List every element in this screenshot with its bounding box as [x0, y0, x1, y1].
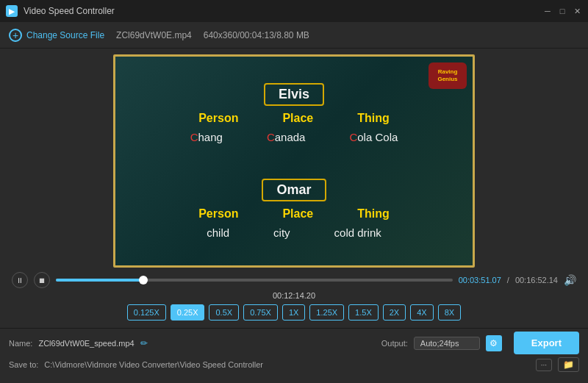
time-current: 00:03:51.07 [459, 276, 501, 284]
video-content: RavingGenius Elvis Person Place Thing Ch… [115, 57, 473, 265]
volume-icon[interactable]: 🔊 [564, 274, 576, 286]
edit-icon[interactable]: ✏ [140, 338, 148, 348]
plus-circle-icon: + [9, 29, 22, 42]
output-section: Output: Auto;24fps ⚙ [381, 335, 502, 351]
name-label: Name: [9, 339, 32, 348]
close-button[interactable]: ✕ [572, 6, 582, 16]
cat-thing-2: Thing [357, 207, 390, 221]
file-meta: 640x360/00:04:13/8.80 MB [204, 30, 309, 40]
title-bar: ▶ Video Speed Controller ─ □ ✕ [0, 0, 588, 22]
stop-button[interactable]: ⏹ [34, 272, 50, 288]
file-name: ZCl69dVtW0E.mp4 [116, 30, 192, 40]
app-title: Video Speed Controller [24, 6, 115, 16]
time-total: 00:16:52.14 [515, 276, 558, 284]
output-box[interactable]: Auto;24fps [414, 337, 480, 350]
raving-genius-logo: RavingGenius [429, 62, 467, 89]
answer-canada: Canada [267, 131, 306, 143]
video-player: RavingGenius Elvis Person Place Thing Ch… [113, 54, 475, 268]
speed-buttons: 0.125X0.25X0.5X0.75X1X1.25X1.5X2X4X8X [12, 304, 576, 321]
name-elvis: Elvis [264, 83, 324, 106]
progress-thumb[interactable] [139, 276, 148, 284]
answers-row-2: child city cold drink [130, 226, 458, 239]
change-source-label: Change Source File [26, 30, 104, 40]
browse-dots-button[interactable]: ··· [536, 359, 552, 371]
export-button[interactable]: Export [514, 332, 579, 354]
controls-area: ⏸ ⏹ 00:03:51.07 / 00:16:52.14 🔊 00:12:14… [9, 268, 579, 328]
answers-row-1: Chang Canada Cola Cola [130, 131, 458, 143]
answer-city: city [273, 226, 290, 239]
output-label: Output: [381, 339, 408, 348]
timeline-label: 00:12:14.20 [12, 291, 576, 300]
speed-btn-2X[interactable]: 2X [383, 304, 406, 321]
app-icon: ▶ [6, 5, 18, 17]
cat-thing-1: Thing [357, 112, 390, 125]
window-controls: ─ □ ✕ [542, 6, 582, 16]
answer-chang: Chang [190, 131, 223, 143]
categories-row-2: Person Place Thing [130, 207, 458, 221]
minimize-button[interactable]: ─ [542, 6, 553, 16]
answer-cola: Cola Cola [349, 131, 398, 143]
speed-btn-0.25X[interactable]: 0.25X [171, 304, 205, 321]
save-row: Save to: C:\Vidmore\Vidmore Video Conver… [9, 357, 579, 372]
name-omar: Omar [262, 179, 326, 201]
bottom-bar: Name: ZCl69dVtW0E_speed.mp4 ✏ Output: Au… [0, 328, 588, 375]
speed-btn-1.5X[interactable]: 1.5X [348, 304, 379, 321]
speed-btn-0.5X[interactable]: 0.5X [209, 304, 239, 321]
open-folder-button[interactable]: 📁 [558, 357, 579, 372]
speed-btn-0.125X[interactable]: 0.125X [127, 304, 166, 321]
cat-person-1: Person [198, 112, 238, 125]
toolbar: + Change Source File ZCl69dVtW0E.mp4 640… [0, 22, 588, 49]
categories-row-1: Person Place Thing [130, 112, 458, 125]
speed-btn-4X[interactable]: 4X [410, 304, 433, 321]
main-content: RavingGenius Elvis Person Place Thing Ch… [0, 49, 588, 328]
time-separator: / [507, 276, 509, 284]
save-label: Save to: [9, 360, 38, 369]
name-row: Name: ZCl69dVtW0E_speed.mp4 ✏ Output: Au… [9, 332, 579, 354]
speed-btn-0.75X[interactable]: 0.75X [243, 304, 278, 321]
cat-place-1: Place [282, 112, 313, 125]
progress-fill [56, 279, 143, 282]
maximize-button[interactable]: □ [557, 6, 567, 16]
progress-area: ⏸ ⏹ 00:03:51.07 / 00:16:52.14 🔊 [12, 272, 576, 288]
progress-track[interactable] [56, 279, 453, 282]
speed-btn-1.25X[interactable]: 1.25X [309, 304, 344, 321]
settings-button[interactable]: ⚙ [486, 335, 502, 351]
answer-child: child [207, 226, 229, 239]
speed-btn-8X[interactable]: 8X [438, 304, 461, 321]
speed-btn-1X[interactable]: 1X [282, 304, 305, 321]
name-value: ZCl69dVtW0E_speed.mp4 [38, 339, 134, 348]
save-path: C:\Vidmore\Vidmore Video Converter\Video… [44, 360, 529, 369]
cat-place-2: Place [282, 207, 313, 221]
cat-person-2: Person [198, 207, 238, 221]
play-pause-button[interactable]: ⏸ [12, 272, 28, 288]
change-source-button[interactable]: + Change Source File [9, 29, 104, 42]
answer-cold-drink: cold drink [334, 226, 381, 239]
